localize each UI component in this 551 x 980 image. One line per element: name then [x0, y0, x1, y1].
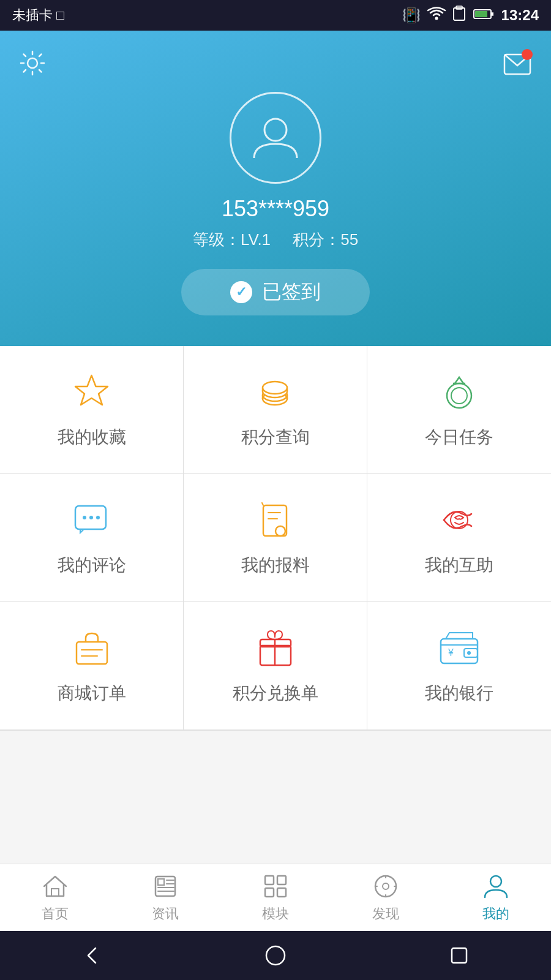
- medal-icon: [438, 371, 481, 413]
- chat-icon: [70, 499, 113, 541]
- ticket-icon: [254, 499, 297, 541]
- sim-icon: [452, 6, 466, 25]
- user-info: 等级：LV.1 积分：55: [193, 229, 358, 251]
- status-left: 未插卡 □: [12, 6, 64, 24]
- grid4-icon: [262, 873, 289, 900]
- svg-rect-26: [441, 639, 478, 663]
- signin-button[interactable]: ✓ 已签到: [181, 269, 370, 315]
- carrier-text: 未插卡 □: [12, 6, 64, 24]
- svg-point-16: [89, 516, 93, 519]
- home-button[interactable]: [257, 937, 294, 974]
- vibrate-icon: 📳: [402, 7, 421, 24]
- svg-point-0: [435, 17, 438, 20]
- grid-item-shop-orders[interactable]: 商城订单: [0, 602, 184, 730]
- svg-rect-4: [475, 11, 487, 17]
- svg-rect-22: [77, 642, 107, 664]
- report-label: 我的报料: [241, 554, 310, 577]
- svg-rect-41: [452, 948, 467, 963]
- user-phone: 153****959: [222, 196, 329, 222]
- shop-orders-label: 商城订单: [58, 682, 126, 705]
- gift-icon: [254, 627, 297, 669]
- points-exchange-label: 积分兑换单: [233, 682, 318, 705]
- svg-point-13: [451, 388, 467, 404]
- my-bank-label: 我的银行: [425, 682, 493, 705]
- points-query-label: 积分查询: [241, 426, 310, 449]
- nav-mine-label: 我的: [482, 905, 509, 923]
- nav-discover[interactable]: 发现: [331, 867, 441, 929]
- svg-rect-30: [51, 889, 59, 896]
- house-icon: [42, 873, 69, 900]
- recents-button[interactable]: [441, 937, 478, 974]
- person-icon: [482, 873, 509, 900]
- battery-icon: [473, 7, 494, 24]
- svg-text:¥: ¥: [448, 647, 454, 658]
- nav-modules[interactable]: 模块: [220, 867, 331, 929]
- svg-point-38: [383, 883, 389, 889]
- back-button[interactable]: [73, 937, 110, 974]
- grid-item-points-exchange[interactable]: 积分兑换单: [184, 602, 367, 730]
- svg-rect-33: [265, 876, 274, 884]
- handshake-icon: [438, 499, 481, 541]
- mail-button[interactable]: [502, 49, 533, 80]
- mail-badge: [522, 49, 533, 60]
- time-display: 13:24: [501, 7, 539, 24]
- help-label: 我的互助: [425, 554, 493, 577]
- check-icon: ✓: [230, 281, 252, 303]
- grid-item-report[interactable]: 我的报料: [184, 474, 367, 602]
- grid-item-favorites[interactable]: 我的收藏: [0, 346, 184, 474]
- nav-home[interactable]: 首页: [0, 867, 110, 929]
- bag-icon: [70, 627, 113, 669]
- main-content: 153****959 等级：LV.1 积分：55 ✓ 已签到 我的收藏: [0, 31, 551, 864]
- coins-icon: [254, 371, 297, 413]
- svg-point-40: [266, 946, 285, 965]
- svg-rect-1: [454, 8, 465, 20]
- grid-menu: 我的收藏 积分查询: [0, 346, 551, 731]
- status-bar: 未插卡 □ 📳 1: [0, 0, 551, 31]
- svg-rect-32: [158, 879, 164, 885]
- nav-news[interactable]: 资讯: [110, 867, 220, 929]
- svg-point-39: [490, 876, 501, 887]
- svg-point-37: [375, 876, 396, 897]
- news-icon: [152, 873, 179, 900]
- grid-item-points-query[interactable]: 积分查询: [184, 346, 367, 474]
- system-bar: [0, 931, 551, 980]
- svg-point-21: [451, 511, 468, 529]
- nav-news-label: 资讯: [152, 905, 179, 923]
- bottom-nav: 首页 资讯 模块: [0, 864, 551, 931]
- user-level: 等级：LV.1: [193, 230, 271, 249]
- header-icons: [18, 49, 533, 80]
- user-points: 积分：55: [293, 230, 358, 249]
- svg-point-15: [83, 516, 86, 519]
- nav-home-label: 首页: [42, 905, 69, 923]
- favorites-label: 我的收藏: [58, 426, 126, 449]
- svg-point-28: [467, 651, 471, 655]
- daily-task-label: 今日任务: [425, 426, 493, 449]
- nav-discover-label: 发现: [372, 905, 399, 923]
- wallet-icon: ¥: [438, 627, 481, 669]
- grid-item-help[interactable]: 我的互助: [367, 474, 551, 602]
- svg-point-17: [96, 516, 100, 519]
- grid-item-comments[interactable]: 我的评论: [0, 474, 184, 602]
- profile-header: 153****959 等级：LV.1 积分：55 ✓ 已签到: [0, 31, 551, 346]
- svg-rect-35: [265, 888, 274, 897]
- settings-button[interactable]: [18, 49, 49, 80]
- svg-point-19: [276, 526, 285, 536]
- svg-rect-36: [277, 888, 286, 897]
- nav-mine[interactable]: 我的: [441, 867, 551, 929]
- wifi-icon: [428, 7, 445, 24]
- avatar[interactable]: [230, 92, 321, 184]
- signin-label: 已签到: [262, 279, 321, 306]
- comments-label: 我的评论: [58, 554, 126, 577]
- star-icon: [70, 371, 113, 413]
- discover-icon: [372, 873, 399, 900]
- svg-point-11: [263, 382, 287, 394]
- nav-modules-label: 模块: [262, 905, 289, 923]
- grid-item-daily-task[interactable]: 今日任务: [367, 346, 551, 474]
- grid-item-my-bank[interactable]: ¥ 我的银行: [367, 602, 551, 730]
- status-right: 📳 13:24: [402, 6, 539, 25]
- svg-rect-34: [277, 876, 286, 884]
- svg-line-20: [262, 503, 263, 505]
- svg-point-5: [28, 58, 37, 68]
- svg-point-7: [264, 119, 287, 141]
